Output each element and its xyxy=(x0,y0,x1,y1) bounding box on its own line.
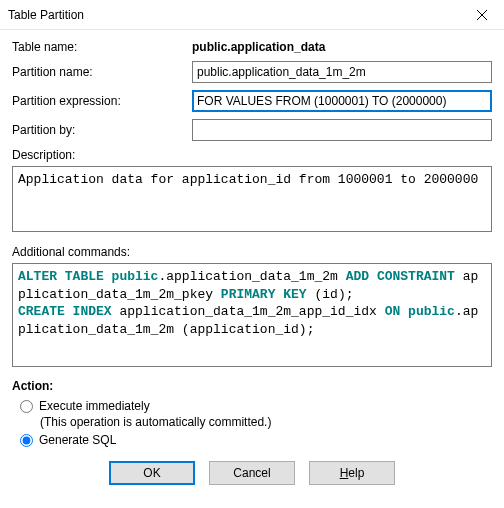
additional-commands-label: Additional commands: xyxy=(12,245,492,259)
titlebar: Table Partition xyxy=(0,0,504,30)
sql-keyword: PRIMARY KEY xyxy=(221,287,307,302)
sql-text: application_data_1m_2m_app_id_idx xyxy=(112,304,385,319)
execute-immediately-label: Execute immediately xyxy=(39,399,150,413)
button-bar: OK Cancel Help xyxy=(12,461,492,485)
description-textarea[interactable]: Application data for application_id from… xyxy=(12,166,492,232)
sql-keyword: ADD CONSTRAINT xyxy=(346,269,455,284)
generate-sql-radio[interactable] xyxy=(20,434,33,447)
partition-by-label: Partition by: xyxy=(12,123,192,137)
execute-immediately-option[interactable]: Execute immediately xyxy=(20,399,492,413)
dialog-content: Table name: public.application_data Part… xyxy=(0,30,504,493)
sql-text: .application_data_1m_2m xyxy=(158,269,345,284)
cancel-button[interactable]: Cancel xyxy=(209,461,295,485)
help-button[interactable]: Help xyxy=(309,461,395,485)
description-label: Description: xyxy=(12,148,492,162)
help-rest: elp xyxy=(348,466,364,480)
table-name-value: public.application_data xyxy=(192,40,492,54)
action-header: Action: xyxy=(12,379,492,393)
partition-by-input[interactable] xyxy=(192,119,492,141)
execute-immediately-radio[interactable] xyxy=(20,400,33,413)
sql-keyword: ON public xyxy=(385,304,455,319)
sql-keyword: ALTER TABLE public xyxy=(18,269,158,284)
ok-button[interactable]: OK xyxy=(109,461,195,485)
generate-sql-option[interactable]: Generate SQL xyxy=(20,433,492,447)
window-title: Table Partition xyxy=(8,8,84,22)
close-icon xyxy=(477,10,487,20)
partition-name-input[interactable] xyxy=(192,61,492,83)
table-name-label: Table name: xyxy=(12,40,192,54)
partition-expression-input[interactable] xyxy=(192,90,492,112)
partition-name-label: Partition name: xyxy=(12,65,192,79)
sql-keyword: CREATE INDEX xyxy=(18,304,112,319)
execute-immediately-note: (This operation is automatically committ… xyxy=(40,415,492,429)
sql-text: (id); xyxy=(307,287,354,302)
additional-commands-textarea[interactable]: ALTER TABLE public.application_data_1m_2… xyxy=(12,263,492,367)
close-button[interactable] xyxy=(459,0,504,30)
generate-sql-label: Generate SQL xyxy=(39,433,116,447)
partition-expression-label: Partition expression: xyxy=(12,94,192,108)
